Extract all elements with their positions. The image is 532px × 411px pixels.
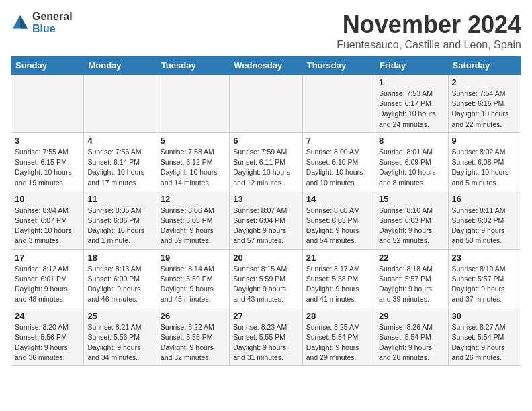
day-number: 14 bbox=[306, 194, 371, 204]
day-info: Sunrise: 8:05 AMSunset: 6:06 PMDaylight:… bbox=[87, 205, 152, 246]
calendar-cell: 6Sunrise: 7:59 AMSunset: 6:11 PMDaylight… bbox=[230, 132, 302, 191]
day-info: Sunrise: 7:55 AMSunset: 6:15 PMDaylight:… bbox=[15, 147, 80, 188]
week-row-5: 24Sunrise: 8:20 AMSunset: 5:56 PMDayligh… bbox=[11, 308, 521, 366]
day-number: 28 bbox=[306, 311, 371, 321]
calendar-cell: 17Sunrise: 8:12 AMSunset: 6:01 PMDayligh… bbox=[11, 249, 84, 308]
day-number: 27 bbox=[233, 311, 298, 321]
calendar-cell: 29Sunrise: 8:26 AMSunset: 5:54 PMDayligh… bbox=[375, 308, 448, 366]
calendar-cell: 13Sunrise: 8:07 AMSunset: 6:04 PMDayligh… bbox=[230, 191, 302, 249]
calendar-cell: 19Sunrise: 8:14 AMSunset: 5:59 PMDayligh… bbox=[157, 249, 229, 308]
column-header-tuesday: Tuesday bbox=[157, 57, 229, 75]
logo-general-text: General bbox=[32, 11, 73, 23]
day-info: Sunrise: 7:58 AMSunset: 6:12 PMDaylight:… bbox=[161, 147, 226, 188]
calendar-cell: 4Sunrise: 7:56 AMSunset: 6:14 PMDaylight… bbox=[84, 132, 157, 191]
logo-blue-text: Blue bbox=[32, 23, 73, 35]
day-number: 3 bbox=[15, 136, 80, 146]
day-info: Sunrise: 8:22 AMSunset: 5:55 PMDaylight:… bbox=[161, 322, 226, 363]
calendar-cell bbox=[157, 75, 229, 133]
day-number: 9 bbox=[452, 136, 517, 146]
day-info: Sunrise: 8:27 AMSunset: 5:54 PMDaylight:… bbox=[452, 322, 517, 363]
calendar-cell: 3Sunrise: 7:55 AMSunset: 6:15 PMDaylight… bbox=[11, 132, 84, 191]
day-info: Sunrise: 8:23 AMSunset: 5:55 PMDaylight:… bbox=[233, 322, 298, 363]
day-number: 29 bbox=[379, 311, 444, 321]
day-info: Sunrise: 8:11 AMSunset: 6:02 PMDaylight:… bbox=[452, 205, 517, 246]
day-number: 4 bbox=[87, 136, 152, 146]
calendar-cell: 24Sunrise: 8:20 AMSunset: 5:56 PMDayligh… bbox=[11, 308, 84, 366]
day-number: 13 bbox=[233, 194, 298, 204]
day-number: 21 bbox=[306, 253, 371, 263]
day-number: 10 bbox=[15, 194, 80, 204]
calendar-cell: 20Sunrise: 8:15 AMSunset: 5:59 PMDayligh… bbox=[230, 249, 302, 308]
calendar-cell: 8Sunrise: 8:01 AMSunset: 6:09 PMDaylight… bbox=[375, 132, 448, 191]
week-row-2: 3Sunrise: 7:55 AMSunset: 6:15 PMDaylight… bbox=[11, 132, 521, 191]
day-number: 19 bbox=[161, 253, 226, 263]
day-number: 23 bbox=[452, 253, 517, 263]
day-info: Sunrise: 8:14 AMSunset: 5:59 PMDaylight:… bbox=[161, 264, 226, 305]
calendar-cell: 12Sunrise: 8:06 AMSunset: 6:05 PMDayligh… bbox=[157, 191, 229, 249]
day-number: 12 bbox=[161, 194, 226, 204]
calendar-cell: 16Sunrise: 8:11 AMSunset: 6:02 PMDayligh… bbox=[448, 191, 521, 249]
day-info: Sunrise: 8:21 AMSunset: 5:56 PMDaylight:… bbox=[87, 322, 152, 363]
calendar-cell: 27Sunrise: 8:23 AMSunset: 5:55 PMDayligh… bbox=[230, 308, 302, 366]
day-info: Sunrise: 8:18 AMSunset: 5:57 PMDaylight:… bbox=[379, 264, 444, 305]
day-info: Sunrise: 8:08 AMSunset: 6:03 PMDaylight:… bbox=[306, 205, 371, 246]
title-block: November 2024 Fuentesauco, Castille and … bbox=[337, 11, 521, 51]
day-info: Sunrise: 8:19 AMSunset: 5:57 PMDaylight:… bbox=[452, 264, 517, 305]
day-info: Sunrise: 7:53 AMSunset: 6:17 PMDaylight:… bbox=[379, 89, 444, 130]
calendar-cell: 23Sunrise: 8:19 AMSunset: 5:57 PMDayligh… bbox=[448, 249, 521, 308]
calendar-table: SundayMondayTuesdayWednesdayThursdayFrid… bbox=[11, 56, 521, 366]
day-info: Sunrise: 8:10 AMSunset: 6:03 PMDaylight:… bbox=[379, 205, 444, 246]
svg-marker-1 bbox=[20, 15, 28, 28]
day-info: Sunrise: 8:00 AMSunset: 6:10 PMDaylight:… bbox=[306, 147, 371, 188]
day-number: 2 bbox=[452, 77, 517, 87]
calendar-header-row: SundayMondayTuesdayWednesdayThursdayFrid… bbox=[11, 57, 521, 75]
day-number: 11 bbox=[87, 194, 152, 204]
day-info: Sunrise: 8:06 AMSunset: 6:05 PMDaylight:… bbox=[161, 205, 226, 246]
day-info: Sunrise: 8:26 AMSunset: 5:54 PMDaylight:… bbox=[379, 322, 444, 363]
calendar-cell bbox=[84, 75, 157, 133]
day-number: 15 bbox=[379, 194, 444, 204]
column-header-wednesday: Wednesday bbox=[230, 57, 302, 75]
day-info: Sunrise: 8:07 AMSunset: 6:04 PMDaylight:… bbox=[233, 205, 298, 246]
calendar-cell bbox=[302, 75, 375, 133]
calendar-cell: 22Sunrise: 8:18 AMSunset: 5:57 PMDayligh… bbox=[375, 249, 448, 308]
calendar-cell: 15Sunrise: 8:10 AMSunset: 6:03 PMDayligh… bbox=[375, 191, 448, 249]
day-number: 16 bbox=[452, 194, 517, 204]
week-row-4: 17Sunrise: 8:12 AMSunset: 6:01 PMDayligh… bbox=[11, 249, 521, 308]
location-text: Fuentesauco, Castille and Leon, Spain bbox=[337, 39, 521, 51]
day-number: 5 bbox=[161, 136, 226, 146]
day-info: Sunrise: 8:02 AMSunset: 6:08 PMDaylight:… bbox=[452, 147, 517, 188]
calendar-cell: 30Sunrise: 8:27 AMSunset: 5:54 PMDayligh… bbox=[448, 308, 521, 366]
logo-icon bbox=[11, 13, 30, 32]
calendar-cell: 1Sunrise: 7:53 AMSunset: 6:17 PMDaylight… bbox=[375, 75, 448, 133]
day-info: Sunrise: 8:17 AMSunset: 5:58 PMDaylight:… bbox=[306, 264, 371, 305]
column-header-monday: Monday bbox=[84, 57, 157, 75]
day-info: Sunrise: 7:56 AMSunset: 6:14 PMDaylight:… bbox=[87, 147, 152, 188]
day-info: Sunrise: 8:15 AMSunset: 5:59 PMDaylight:… bbox=[233, 264, 298, 305]
day-number: 8 bbox=[379, 136, 444, 146]
day-number: 7 bbox=[306, 136, 371, 146]
day-info: Sunrise: 7:59 AMSunset: 6:11 PMDaylight:… bbox=[233, 147, 298, 188]
day-number: 30 bbox=[452, 311, 517, 321]
week-row-1: 1Sunrise: 7:53 AMSunset: 6:17 PMDaylight… bbox=[11, 75, 521, 133]
calendar-cell: 11Sunrise: 8:05 AMSunset: 6:06 PMDayligh… bbox=[84, 191, 157, 249]
day-number: 26 bbox=[161, 311, 226, 321]
day-number: 25 bbox=[87, 311, 152, 321]
day-number: 20 bbox=[233, 253, 298, 263]
calendar-cell: 9Sunrise: 8:02 AMSunset: 6:08 PMDaylight… bbox=[448, 132, 521, 191]
day-number: 1 bbox=[379, 77, 444, 87]
day-info: Sunrise: 8:20 AMSunset: 5:56 PMDaylight:… bbox=[15, 322, 80, 363]
column-header-saturday: Saturday bbox=[448, 57, 521, 75]
day-info: Sunrise: 8:12 AMSunset: 6:01 PMDaylight:… bbox=[15, 264, 80, 305]
week-row-3: 10Sunrise: 8:04 AMSunset: 6:07 PMDayligh… bbox=[11, 191, 521, 249]
calendar-cell: 21Sunrise: 8:17 AMSunset: 5:58 PMDayligh… bbox=[302, 249, 375, 308]
day-info: Sunrise: 8:04 AMSunset: 6:07 PMDaylight:… bbox=[15, 205, 80, 246]
calendar-cell bbox=[230, 75, 302, 133]
calendar-cell bbox=[11, 75, 84, 133]
column-header-thursday: Thursday bbox=[302, 57, 375, 75]
month-title: November 2024 bbox=[337, 11, 521, 39]
calendar-cell: 28Sunrise: 8:25 AMSunset: 5:54 PMDayligh… bbox=[302, 308, 375, 366]
calendar-cell: 14Sunrise: 8:08 AMSunset: 6:03 PMDayligh… bbox=[302, 191, 375, 249]
day-number: 18 bbox=[87, 253, 152, 263]
day-info: Sunrise: 7:54 AMSunset: 6:16 PMDaylight:… bbox=[452, 89, 517, 130]
